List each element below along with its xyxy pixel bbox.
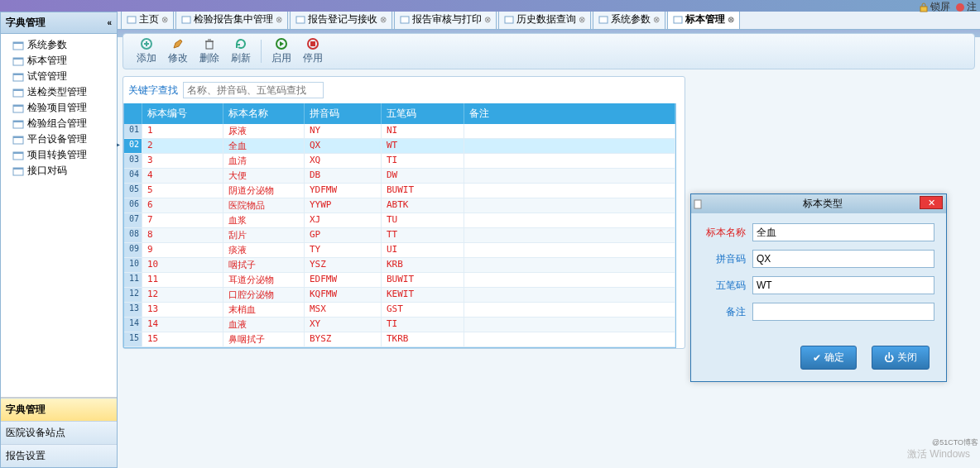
table-row[interactable]: 1313末梢血MSXGST — [124, 303, 675, 318]
field-remark-label: 备注 — [703, 305, 746, 319]
refresh-button[interactable]: 刷新 — [226, 37, 256, 65]
svg-rect-5 — [13, 58, 23, 60]
sidebar-section-dict[interactable]: 字典管理 — [1, 398, 117, 421]
cell-name: 口腔分泌物 — [223, 288, 305, 302]
enable-icon — [275, 37, 288, 50]
table-row[interactable]: 1515鼻咽拭子BYSZTKRB — [124, 332, 675, 347]
svg-point-1 — [956, 3, 964, 12]
svg-rect-24 — [505, 17, 513, 23]
row-number: 06 — [124, 198, 142, 213]
tab-1[interactable]: 检验报告集中管理⊗ — [175, 9, 288, 29]
tab-5[interactable]: 系统参数⊗ — [593, 9, 665, 29]
page-icon — [12, 88, 24, 98]
tree-item-3[interactable]: 送检类型管理 — [12, 84, 117, 100]
cell-remark — [464, 184, 675, 198]
col-wubi[interactable]: 五笔码 — [382, 103, 464, 124]
col-remark[interactable]: 备注 — [464, 103, 675, 124]
sidebar-collapse-icon[interactable]: « — [107, 18, 112, 27]
row-number: 12 — [124, 288, 142, 302]
col-name[interactable]: 标本名称 — [223, 103, 305, 124]
cell-remark — [464, 228, 675, 242]
tab-close-icon[interactable]: ⊗ — [276, 15, 282, 24]
tab-close-icon[interactable]: ⊗ — [161, 15, 168, 24]
tab-3[interactable]: 报告审核与打印⊗ — [394, 9, 497, 29]
disable-button[interactable]: 停用 — [298, 37, 328, 65]
tree-item-1[interactable]: 标本管理 — [12, 53, 117, 69]
svg-rect-13 — [13, 121, 23, 122]
tree-item-4[interactable]: 检验项目管理 — [12, 100, 117, 116]
tab-close-icon[interactable]: ⊗ — [728, 15, 734, 24]
dialog-titlebar[interactable]: 标本类型 ✕ — [691, 194, 946, 213]
table-row[interactable]: 077血浆XJTU — [124, 213, 675, 228]
table-row[interactable]: 1212口腔分泌物KQFMWKEWIT — [124, 288, 675, 303]
tab-label: 系统参数 — [611, 12, 651, 26]
search-input[interactable] — [183, 82, 324, 98]
field-wb-input[interactable] — [752, 276, 934, 294]
field-name-input[interactable] — [752, 223, 934, 241]
delete-icon — [203, 37, 216, 50]
table-row[interactable]: 088刮片GPTT — [124, 228, 675, 243]
lock-button[interactable]: 锁屏 — [919, 0, 950, 14]
field-py-input[interactable] — [752, 250, 934, 268]
sidebar-section-report[interactable]: 报告设置 — [1, 444, 117, 467]
svg-rect-9 — [13, 89, 23, 91]
grid-panel: 关键字查找 标本编号 标本名称 拼音码 五笔码 备注 011尿液NYNI022全… — [122, 76, 685, 349]
cell-name: 耳道分泌物 — [223, 273, 305, 287]
cell-name: 阴道分泌物 — [223, 184, 305, 198]
table-row[interactable]: 044大便DBDW — [124, 169, 675, 184]
table-row[interactable]: 022全血QXWT — [124, 139, 675, 154]
ok-button[interactable]: ✔确定 — [800, 346, 857, 370]
table-row[interactable]: 1111耳道分泌物EDFMWBUWIT — [124, 273, 675, 288]
enable-button[interactable]: 启用 — [267, 37, 296, 65]
delete-button[interactable]: 删除 — [195, 37, 224, 65]
tree-item-5[interactable]: 检验组合管理 — [12, 116, 117, 131]
data-grid: 标本编号 标本名称 拼音码 五笔码 备注 011尿液NYNI022全血QXWT0… — [123, 103, 676, 348]
tab-close-icon[interactable]: ⊗ — [653, 15, 660, 24]
close-button[interactable]: ⏻关闭 — [872, 346, 930, 370]
tab-icon — [504, 15, 514, 25]
tree-item-6[interactable]: 平台设备管理 — [12, 131, 117, 147]
cell-wubi: TKRB — [382, 332, 464, 346]
cell-wubi: TI — [382, 154, 464, 168]
cell-pinyin: GP — [305, 228, 382, 242]
field-remark-input[interactable] — [752, 303, 934, 321]
logout-icon — [955, 2, 965, 12]
tab-6[interactable]: 标本管理⊗ — [667, 9, 740, 29]
sidebar-header: 字典管理 « — [1, 12, 117, 34]
cell-remark — [464, 169, 675, 183]
tree-item-2[interactable]: 试管管理 — [12, 69, 117, 84]
svg-rect-7 — [13, 74, 23, 75]
table-row[interactable]: 055阴道分泌物YDFMWBUWIT — [124, 184, 675, 198]
tree-item-8[interactable]: 接口对码 — [12, 163, 117, 179]
cell-wubi: BUWIT — [382, 273, 464, 287]
sidebar-title: 字典管理 — [6, 16, 46, 30]
col-pinyin[interactable]: 拼音码 — [305, 103, 382, 124]
lock-label: 锁屏 — [930, 0, 950, 14]
tab-close-icon[interactable]: ⊗ — [380, 15, 387, 24]
table-row[interactable]: 1010咽拭子YSZKRB — [124, 258, 675, 273]
cell-name: 医院物品 — [223, 198, 305, 213]
table-row[interactable]: 099痰液TYUI — [124, 243, 675, 258]
toolbar: 添加 修改 删除 刷新 启用 停用 — [122, 33, 975, 69]
tab-close-icon[interactable]: ⊗ — [579, 15, 585, 24]
tab-close-icon[interactable]: ⊗ — [484, 15, 491, 24]
tree-item-0[interactable]: 系统参数 — [12, 37, 117, 53]
table-row[interactable]: 011尿液NYNI — [124, 124, 675, 139]
table-row[interactable]: 066医院物品YYWPABTK — [124, 198, 675, 213]
logout-button[interactable]: 注 — [955, 0, 977, 14]
cell-code: 7 — [142, 213, 223, 227]
table-row[interactable]: 033血清XQTI — [124, 154, 675, 169]
cell-wubi: TT — [382, 228, 464, 242]
table-row[interactable]: 1414血液XYTI — [124, 318, 675, 332]
col-code[interactable]: 标本编号 — [142, 103, 223, 124]
tab-0[interactable]: 主页⊗ — [121, 9, 174, 29]
tree-item-7[interactable]: 项目转换管理 — [12, 147, 117, 163]
dialog-title: 标本类型 — [702, 197, 944, 211]
dialog-close-button[interactable]: ✕ — [920, 196, 943, 209]
edit-button[interactable]: 修改 — [163, 37, 193, 65]
dialog-icon — [694, 199, 702, 209]
sidebar-section-hospital[interactable]: 医院设备站点 — [1, 421, 117, 444]
tab-2[interactable]: 报告登记与接收⊗ — [290, 9, 392, 29]
add-button[interactable]: 添加 — [132, 37, 161, 65]
tab-4[interactable]: 历史数据查询⊗ — [498, 9, 591, 29]
